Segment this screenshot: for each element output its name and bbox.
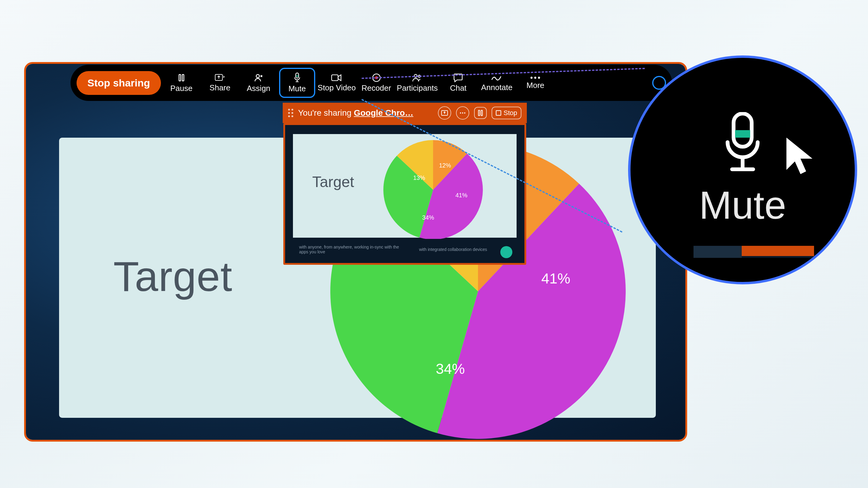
svg-point-13 [538, 76, 540, 78]
drag-handle-icon[interactable] [288, 109, 293, 117]
sharing-indicator-bar: You're sharing Google Chro… Stop [283, 103, 527, 123]
zoom-backdrop-strip [693, 246, 814, 258]
svg-rect-20 [496, 110, 501, 116]
preview-chat-bubble-icon [500, 246, 513, 258]
zoom-mute-label: Mute [699, 183, 786, 228]
zoom-callout: Mute [628, 56, 857, 284]
annotate-icon [491, 74, 502, 82]
svg-point-11 [531, 76, 533, 78]
participants-label: Participants [397, 84, 438, 93]
share-preview-thumbnail: Target 12% 41% 34% 13% with anyone, fr [283, 123, 526, 265]
recorder-button[interactable]: Recoder [358, 68, 395, 98]
assign-icon [254, 73, 264, 83]
chat-label: Chat [450, 84, 467, 93]
svg-rect-26 [735, 130, 750, 138]
pause-button[interactable]: Pause [163, 68, 199, 98]
svg-point-3 [256, 74, 259, 78]
svg-rect-6 [332, 75, 338, 80]
microphone-icon [293, 73, 302, 83]
participants-icon [412, 73, 422, 82]
svg-point-12 [534, 76, 536, 78]
stop-video-button[interactable]: Stop Video [318, 68, 356, 98]
annotate-label: Annotate [481, 83, 513, 92]
sharing-target-link[interactable]: Google Chro… [354, 108, 413, 118]
svg-text:41%: 41% [456, 192, 467, 198]
pie-label-green: 34% [436, 361, 465, 377]
cursor-icon [782, 136, 818, 180]
preview-footer: with anyone, from anywhere, working in-s… [290, 239, 519, 260]
preview-slide: Target 12% 41% 34% 13% [290, 132, 519, 240]
svg-rect-0 [179, 74, 181, 81]
svg-text:34%: 34% [422, 214, 434, 221]
svg-rect-29 [742, 256, 814, 258]
chat-button[interactable]: Chat [440, 68, 476, 98]
stop-share-button[interactable]: Stop [492, 107, 521, 119]
more-label: More [527, 81, 544, 90]
slide-title: Target [113, 252, 232, 301]
video-icon [331, 73, 342, 82]
more-icon [530, 76, 540, 79]
pause-share-button[interactable] [474, 107, 487, 119]
preview-slide-title: Target [312, 173, 354, 191]
more-options-button[interactable] [456, 106, 469, 120]
assign-label: Assign [247, 84, 270, 93]
svg-rect-27 [693, 246, 742, 258]
zoom-microphone-icon [720, 112, 765, 176]
assign-button[interactable]: Assign [241, 68, 277, 98]
stop-video-label: Stop Video [318, 83, 356, 93]
svg-rect-19 [481, 110, 482, 116]
svg-rect-5 [296, 75, 298, 76]
svg-text:13%: 13% [413, 174, 425, 181]
pause-icon [177, 73, 186, 83]
svg-rect-18 [478, 110, 479, 116]
mute-button[interactable]: Mute [279, 68, 315, 98]
svg-rect-1 [182, 74, 184, 81]
recorder-label: Recoder [361, 84, 391, 93]
svg-rect-28 [742, 246, 814, 256]
share-label: Share [210, 83, 230, 93]
svg-point-16 [462, 112, 463, 113]
mute-label: Mute [288, 84, 306, 93]
svg-point-17 [464, 112, 465, 113]
pie-label-magenta: 41% [541, 270, 570, 287]
pause-label: Pause [170, 84, 193, 93]
stop-sharing-button[interactable]: Stop sharing [76, 71, 161, 95]
preview-pie-chart: 12% 41% 34% 13% [383, 140, 483, 239]
svg-point-15 [460, 112, 461, 113]
popout-button[interactable] [438, 106, 451, 120]
svg-text:12%: 12% [439, 162, 451, 169]
share-button[interactable]: Share [202, 68, 238, 98]
share-icon [215, 73, 225, 82]
participants-button[interactable]: Participants [397, 68, 438, 98]
stop-share-label: Stop [504, 109, 517, 117]
